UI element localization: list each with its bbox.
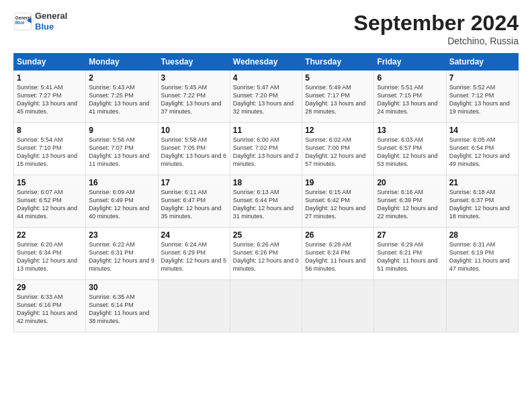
- day-cell: 12Sunrise: 6:02 AMSunset: 7:00 PMDayligh…: [302, 123, 374, 175]
- month-title: September 2024: [354, 11, 519, 36]
- day-cell: 26Sunrise: 6:28 AMSunset: 6:24 PMDayligh…: [302, 228, 374, 280]
- svg-text:Blue: Blue: [15, 20, 25, 25]
- day-info: Sunrise: 6:24 AMSunset: 6:29 PMDaylight:…: [161, 240, 227, 273]
- day-cell: 22Sunrise: 6:20 AMSunset: 6:34 PMDayligh…: [14, 228, 86, 280]
- day-number: 26: [305, 230, 371, 240]
- day-cell: 14Sunrise: 6:05 AMSunset: 6:54 PMDayligh…: [446, 123, 518, 175]
- day-cell: 25Sunrise: 6:26 AMSunset: 6:26 PMDayligh…: [230, 228, 302, 280]
- day-info: Sunrise: 5:41 AMSunset: 7:27 PMDaylight:…: [17, 83, 83, 116]
- day-info: Sunrise: 6:15 AMSunset: 6:42 PMDaylight:…: [305, 188, 371, 221]
- day-number: 20: [377, 178, 443, 187]
- day-number: 7: [449, 73, 515, 83]
- day-info: Sunrise: 6:09 AMSunset: 6:49 PMDaylight:…: [89, 188, 154, 221]
- logo: General Blue General Blue: [13, 11, 67, 32]
- day-info: Sunrise: 5:51 AMSunset: 7:15 PMDaylight:…: [377, 83, 443, 116]
- day-info: Sunrise: 6:16 AMSunset: 6:39 PMDaylight:…: [377, 188, 443, 221]
- day-cell: 5Sunrise: 5:49 AMSunset: 7:17 PMDaylight…: [302, 71, 374, 123]
- day-info: Sunrise: 5:47 AMSunset: 7:20 PMDaylight:…: [233, 83, 299, 116]
- col-tuesday: Tuesday: [158, 54, 230, 71]
- day-number: 14: [449, 126, 515, 135]
- day-cell: 24Sunrise: 6:24 AMSunset: 6:29 PMDayligh…: [158, 228, 230, 280]
- day-info: Sunrise: 6:11 AMSunset: 6:47 PMDaylight:…: [161, 188, 227, 221]
- day-info: Sunrise: 6:18 AMSunset: 6:37 PMDaylight:…: [449, 188, 515, 221]
- day-number: 24: [161, 230, 227, 240]
- day-cell: 1Sunrise: 5:41 AMSunset: 7:27 PMDaylight…: [14, 71, 86, 123]
- col-wednesday: Wednesday: [230, 54, 302, 71]
- day-info: Sunrise: 5:52 AMSunset: 7:12 PMDaylight:…: [449, 83, 515, 116]
- day-cell: 13Sunrise: 6:03 AMSunset: 6:57 PMDayligh…: [374, 123, 446, 175]
- week-row: 22Sunrise: 6:20 AMSunset: 6:34 PMDayligh…: [14, 228, 519, 280]
- day-info: Sunrise: 6:33 AMSunset: 6:16 PMDaylight:…: [17, 293, 83, 326]
- day-info: Sunrise: 5:49 AMSunset: 7:17 PMDaylight:…: [305, 83, 371, 116]
- day-cell: 28Sunrise: 6:31 AMSunset: 6:19 PMDayligh…: [446, 228, 518, 280]
- location: Detchino, Russia: [354, 36, 519, 46]
- day-number: 9: [89, 126, 154, 135]
- day-info: Sunrise: 6:07 AMSunset: 6:52 PMDaylight:…: [17, 188, 83, 221]
- day-number: 25: [233, 230, 299, 240]
- day-cell: [230, 280, 302, 332]
- day-info: Sunrise: 6:00 AMSunset: 7:02 PMDaylight:…: [233, 136, 299, 169]
- day-info: Sunrise: 6:31 AMSunset: 6:19 PMDaylight:…: [449, 240, 515, 273]
- day-info: Sunrise: 5:45 AMSunset: 7:22 PMDaylight:…: [161, 83, 227, 116]
- day-number: 12: [305, 126, 371, 135]
- day-cell: 9Sunrise: 5:56 AMSunset: 7:07 PMDaylight…: [86, 123, 158, 175]
- day-info: Sunrise: 6:26 AMSunset: 6:26 PMDaylight:…: [233, 240, 299, 273]
- title-area: September 2024 Detchino, Russia: [354, 11, 519, 46]
- day-cell: [302, 280, 374, 332]
- day-info: Sunrise: 6:35 AMSunset: 6:14 PMDaylight:…: [89, 293, 154, 326]
- day-cell: 16Sunrise: 6:09 AMSunset: 6:49 PMDayligh…: [86, 175, 158, 228]
- col-monday: Monday: [86, 54, 158, 71]
- day-info: Sunrise: 6:20 AMSunset: 6:34 PMDaylight:…: [17, 240, 83, 273]
- logo-text: General Blue: [35, 11, 67, 32]
- col-friday: Friday: [374, 54, 446, 71]
- day-cell: 8Sunrise: 5:54 AMSunset: 7:10 PMDaylight…: [14, 123, 86, 175]
- day-number: 1: [17, 73, 83, 83]
- logo-general: General: [35, 11, 67, 21]
- day-number: 15: [17, 178, 83, 187]
- day-number: 4: [233, 73, 299, 83]
- day-info: Sunrise: 6:05 AMSunset: 6:54 PMDaylight:…: [449, 136, 515, 169]
- day-cell: [158, 280, 230, 332]
- day-number: 10: [161, 126, 227, 135]
- week-row: 8Sunrise: 5:54 AMSunset: 7:10 PMDaylight…: [14, 123, 519, 175]
- day-cell: 27Sunrise: 6:29 AMSunset: 6:21 PMDayligh…: [374, 228, 446, 280]
- day-cell: 6Sunrise: 5:51 AMSunset: 7:15 PMDaylight…: [374, 71, 446, 123]
- day-cell: 2Sunrise: 5:43 AMSunset: 7:25 PMDaylight…: [86, 71, 158, 123]
- day-info: Sunrise: 6:03 AMSunset: 6:57 PMDaylight:…: [377, 136, 443, 169]
- day-info: Sunrise: 5:43 AMSunset: 7:25 PMDaylight:…: [89, 83, 154, 116]
- col-saturday: Saturday: [446, 54, 518, 71]
- day-number: 29: [17, 283, 83, 292]
- day-cell: 19Sunrise: 6:15 AMSunset: 6:42 PMDayligh…: [302, 175, 374, 228]
- day-cell: 15Sunrise: 6:07 AMSunset: 6:52 PMDayligh…: [14, 175, 86, 228]
- header: General Blue General Blue September 2024…: [13, 11, 519, 46]
- day-number: 8: [17, 126, 83, 135]
- day-number: 3: [161, 73, 227, 83]
- day-cell: 17Sunrise: 6:11 AMSunset: 6:47 PMDayligh…: [158, 175, 230, 228]
- day-cell: 3Sunrise: 5:45 AMSunset: 7:22 PMDaylight…: [158, 71, 230, 123]
- day-number: 27: [377, 230, 443, 240]
- calendar-table: Sunday Monday Tuesday Wednesday Thursday…: [13, 53, 519, 332]
- day-number: 11: [233, 126, 299, 135]
- day-number: 21: [449, 178, 515, 187]
- day-cell: 29Sunrise: 6:33 AMSunset: 6:16 PMDayligh…: [14, 280, 86, 332]
- logo-blue: Blue: [35, 21, 67, 32]
- logo-icon: General Blue: [13, 12, 32, 31]
- header-row: Sunday Monday Tuesday Wednesday Thursday…: [14, 54, 519, 71]
- day-cell: 11Sunrise: 6:00 AMSunset: 7:02 PMDayligh…: [230, 123, 302, 175]
- week-row: 1Sunrise: 5:41 AMSunset: 7:27 PMDaylight…: [14, 71, 519, 123]
- day-cell: 20Sunrise: 6:16 AMSunset: 6:39 PMDayligh…: [374, 175, 446, 228]
- day-number: 28: [449, 230, 515, 240]
- day-number: 13: [377, 126, 443, 135]
- day-cell: [374, 280, 446, 332]
- col-thursday: Thursday: [302, 54, 374, 71]
- day-number: 22: [17, 230, 83, 240]
- day-info: Sunrise: 6:29 AMSunset: 6:21 PMDaylight:…: [377, 240, 443, 273]
- day-cell: 30Sunrise: 6:35 AMSunset: 6:14 PMDayligh…: [86, 280, 158, 332]
- day-number: 19: [305, 178, 371, 187]
- day-cell: 4Sunrise: 5:47 AMSunset: 7:20 PMDaylight…: [230, 71, 302, 123]
- calendar-page: General Blue General Blue September 2024…: [0, 0, 532, 411]
- day-info: Sunrise: 6:28 AMSunset: 6:24 PMDaylight:…: [305, 240, 371, 273]
- day-number: 5: [305, 73, 371, 83]
- day-info: Sunrise: 5:56 AMSunset: 7:07 PMDaylight:…: [89, 136, 154, 169]
- day-cell: 18Sunrise: 6:13 AMSunset: 6:44 PMDayligh…: [230, 175, 302, 228]
